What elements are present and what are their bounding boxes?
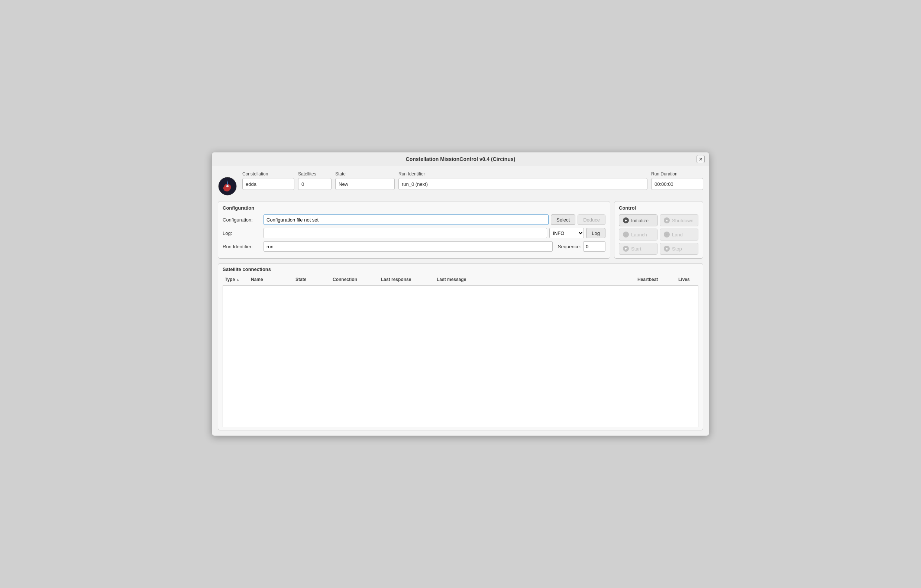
run-id-value: run_0 (next): [399, 178, 648, 190]
title-bar: Constellation MissionControl v0.4 (Circi…: [212, 152, 709, 166]
run-id-config-label: Run Identifier:: [223, 244, 264, 249]
header-fields: Constellation edda Satellites 0 State Ne…: [242, 171, 703, 190]
log-level-select[interactable]: DEBUG INFO WARNING ERROR: [549, 228, 584, 238]
satellite-table-body: [223, 286, 698, 427]
header-row: Constellation edda Satellites 0 State Ne…: [218, 171, 703, 196]
col-connection-label: Connection: [333, 277, 357, 282]
configuration-section: Configuration Configuration: Select Dedu…: [218, 201, 610, 259]
run-duration-field-group: Run Duration 00:00:00: [651, 171, 703, 190]
config-file-row: Select Deduce: [264, 215, 605, 225]
satellite-connections-title: Satellite connections: [223, 267, 698, 272]
state-field-group: State New: [335, 171, 395, 190]
configuration-title: Configuration: [223, 205, 605, 211]
control-section: Control Initialize Shutdown Launch: [614, 201, 703, 259]
state-label: State: [335, 171, 395, 176]
launch-icon: [623, 231, 629, 238]
sequence-label: Sequence:: [558, 244, 581, 249]
run-duration-label: Run Duration: [651, 171, 703, 176]
col-state-label: State: [296, 277, 306, 282]
start-button: Start: [619, 243, 657, 255]
run-id-label: Run Identifier: [399, 171, 648, 176]
stop-icon: [664, 246, 670, 252]
config-grid: Configuration: Select Deduce Log: DEBUG …: [223, 215, 605, 252]
window-title: Constellation MissionControl v0.4 (Circi…: [406, 156, 516, 162]
config-file-input[interactable]: [264, 215, 548, 225]
col-connection: Connection: [330, 276, 379, 283]
initialize-label: Initialize: [631, 218, 649, 223]
log-input[interactable]: [264, 228, 547, 238]
main-window: Constellation MissionControl v0.4 (Circi…: [212, 152, 709, 436]
control-title: Control: [619, 205, 698, 211]
log-button[interactable]: Log: [586, 228, 605, 238]
col-last-response-label: Last response: [381, 277, 411, 282]
constellation-value: edda: [242, 178, 295, 190]
col-type-label: Type: [225, 277, 235, 282]
satellites-field-group: Satellites 0: [298, 171, 332, 190]
constellation-label: Constellation: [242, 171, 295, 176]
shutdown-icon: [664, 217, 670, 223]
initialize-icon: [623, 217, 629, 223]
col-heartbeat-label: Heartbeat: [638, 277, 658, 282]
control-grid: Initialize Shutdown Launch Land: [619, 215, 698, 255]
select-button[interactable]: Select: [551, 215, 575, 225]
launch-button: Launch: [619, 229, 657, 241]
col-last-message: Last message: [434, 276, 635, 283]
constellation-field-group: Constellation edda: [242, 171, 295, 190]
initialize-button[interactable]: Initialize: [619, 215, 657, 226]
shutdown-button: Shutdown: [660, 215, 698, 226]
config-file-label: Configuration:: [223, 217, 264, 223]
sequence-input[interactable]: [583, 241, 605, 252]
state-value: New: [335, 178, 395, 190]
satellites-label: Satellites: [298, 171, 332, 176]
col-name-label: Name: [251, 277, 263, 282]
svg-point-1: [226, 185, 229, 187]
land-icon: [664, 231, 670, 238]
land-label: Land: [672, 232, 683, 238]
app-logo: [218, 176, 237, 196]
start-label: Start: [631, 246, 641, 252]
run-id-config-row: Sequence:: [264, 241, 605, 252]
col-lives-label: Lives: [678, 277, 690, 282]
launch-label: Launch: [631, 232, 647, 238]
run-id-field-group: Run Identifier run_0 (next): [399, 171, 648, 190]
log-row: DEBUG INFO WARNING ERROR Log: [264, 228, 605, 238]
col-lives: Lives: [676, 276, 698, 283]
land-button: Land: [660, 229, 698, 241]
config-control-row: Configuration Configuration: Select Dedu…: [218, 201, 703, 263]
col-name: Name: [249, 276, 293, 283]
col-last-response: Last response: [379, 276, 434, 283]
stop-label: Stop: [672, 246, 682, 252]
table-header: Type ▲ Name State Connection Last respon…: [223, 276, 698, 286]
shutdown-label: Shutdown: [672, 218, 693, 223]
close-button[interactable]: ✕: [696, 155, 705, 163]
run-duration-value: 00:00:00: [651, 178, 703, 190]
col-last-message-label: Last message: [437, 277, 466, 282]
col-type: Type ▲: [223, 276, 249, 283]
satellite-connections-section: Satellite connections Type ▲ Name State …: [218, 263, 703, 430]
sort-icon-type: ▲: [236, 278, 239, 281]
col-heartbeat: Heartbeat: [635, 276, 676, 283]
main-content: Constellation edda Satellites 0 State Ne…: [212, 166, 709, 436]
start-icon: [623, 246, 629, 252]
deduce-button: Deduce: [578, 215, 605, 225]
run-id-config-input[interactable]: [264, 241, 553, 252]
stop-button: Stop: [660, 243, 698, 255]
log-label: Log:: [223, 230, 264, 236]
satellites-value: 0: [298, 178, 332, 190]
col-state: State: [293, 276, 330, 283]
